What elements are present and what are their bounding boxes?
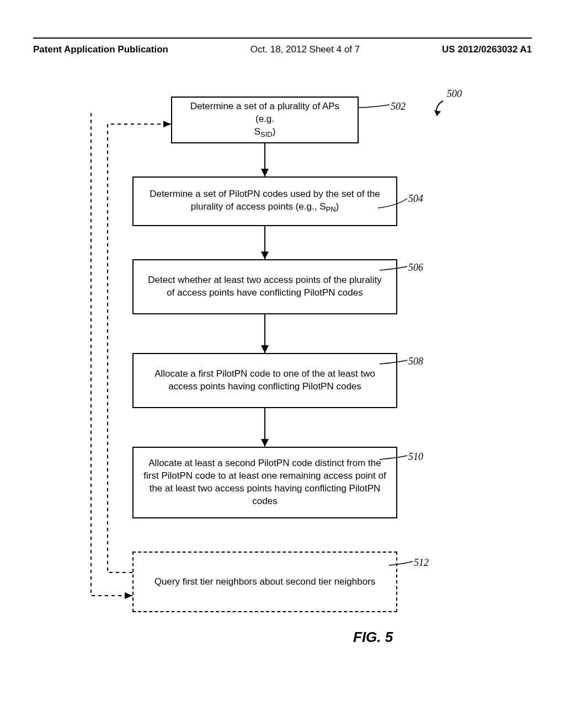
ref-504: 504 [408, 193, 423, 205]
ref-500: 500 [447, 88, 462, 100]
ref-506: 506 [408, 262, 423, 274]
svg-marker-6 [261, 345, 269, 353]
box-502-paren: ) [273, 126, 276, 137]
box-504-sub: PN [326, 205, 336, 213]
box-504-paren: ) [336, 201, 339, 212]
box-510-text: Allocate at least a second PilotPN code … [143, 457, 386, 508]
flow-box-512: Query first tier neighbors about second … [132, 552, 397, 612]
page: Patent Application Publication Oct. 18, … [0, 0, 565, 728]
svg-marker-9 [163, 121, 171, 127]
flow-box-502: Determine a set of a plurality of APs (e… [171, 97, 359, 143]
flow-box-506: Detect whether at least two access point… [132, 259, 397, 314]
ref-508: 508 [408, 356, 423, 367]
flow-box-504: Determine a set of PilotPN codes used by… [132, 176, 397, 226]
box-502-line1: Determine a set of a plurality of APs (e… [190, 101, 339, 124]
svg-marker-10 [125, 592, 132, 599]
svg-marker-4 [261, 251, 269, 259]
ref-510: 510 [408, 451, 423, 463]
box-512-text: Query first tier neighbors about second … [154, 576, 376, 588]
header-left: Patent Application Publication [33, 44, 168, 55]
ref-502: 502 [391, 101, 406, 113]
box-504-text: Determine a set of PilotPN codes used by… [143, 188, 386, 215]
header-rule [33, 38, 532, 39]
flow-box-510: Allocate at least a second PilotPN code … [132, 447, 397, 518]
box-506-text: Detect whether at least two access point… [143, 274, 386, 299]
box-504-main: Determine a set of PilotPN codes used by… [150, 189, 380, 212]
svg-marker-0 [434, 110, 441, 116]
diagram-canvas: 500 Determine a set of a plurality of AP… [61, 83, 508, 689]
svg-marker-2 [261, 169, 269, 176]
header-right: US 2012/0263032 A1 [442, 44, 532, 55]
figure-label: FIG. 5 [353, 629, 393, 646]
flow-box-508: Allocate a first PilotPN code to one of … [132, 353, 397, 408]
box-508-text: Allocate a first PilotPN code to one of … [143, 368, 386, 393]
ref-512: 512 [414, 557, 429, 569]
header-mid: Oct. 18, 2012 Sheet 4 of 7 [250, 44, 360, 55]
box-502-sub: SID [260, 130, 273, 138]
page-header: Patent Application Publication Oct. 18, … [33, 44, 532, 55]
box-502-s: S [254, 126, 260, 137]
svg-marker-8 [261, 439, 269, 447]
box-502-text: Determine a set of a plurality of APs (e… [182, 100, 348, 140]
